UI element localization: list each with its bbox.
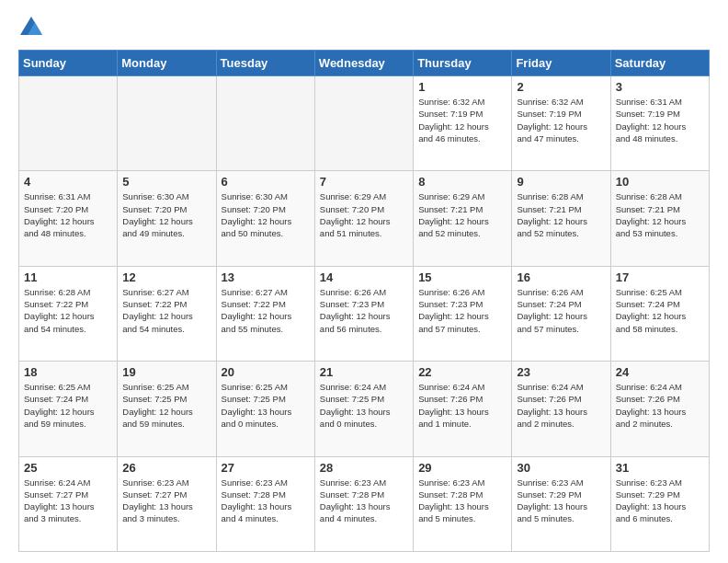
day-cell: 2Sunrise: 6:32 AM Sunset: 7:19 PM Daylig… bbox=[512, 76, 610, 171]
day-number: 25 bbox=[24, 461, 112, 475]
day-info: Sunrise: 6:24 AM Sunset: 7:27 PM Dayligh… bbox=[24, 477, 112, 525]
weekday-saturday: Saturday bbox=[610, 51, 709, 76]
day-number: 1 bbox=[418, 80, 506, 94]
day-info: Sunrise: 6:26 AM Sunset: 7:24 PM Dayligh… bbox=[517, 286, 605, 335]
day-cell: 12Sunrise: 6:27 AM Sunset: 7:22 PM Dayli… bbox=[118, 266, 216, 361]
day-info: Sunrise: 6:29 AM Sunset: 7:20 PM Dayligh… bbox=[320, 190, 408, 239]
day-number: 3 bbox=[616, 80, 704, 94]
calendar: SundayMondayTuesdayWednesdayThursdayFrid… bbox=[18, 50, 710, 552]
day-cell bbox=[118, 76, 216, 171]
day-cell: 19Sunrise: 6:25 AM Sunset: 7:25 PM Dayli… bbox=[118, 362, 216, 456]
day-info: Sunrise: 6:28 AM Sunset: 7:22 PM Dayligh… bbox=[24, 286, 112, 335]
day-number: 9 bbox=[517, 175, 605, 189]
day-info: Sunrise: 6:23 AM Sunset: 7:28 PM Dayligh… bbox=[222, 477, 310, 525]
day-cell: 26Sunrise: 6:23 AM Sunset: 7:27 PM Dayli… bbox=[118, 456, 216, 551]
day-cell: 14Sunrise: 6:26 AM Sunset: 7:23 PM Dayli… bbox=[314, 266, 413, 361]
day-cell bbox=[314, 76, 413, 171]
day-number: 31 bbox=[616, 461, 704, 475]
day-info: Sunrise: 6:31 AM Sunset: 7:19 PM Dayligh… bbox=[616, 96, 704, 144]
day-number: 22 bbox=[418, 365, 506, 379]
day-number: 20 bbox=[222, 365, 310, 379]
day-cell: 10Sunrise: 6:28 AM Sunset: 7:21 PM Dayli… bbox=[610, 171, 709, 266]
logo bbox=[18, 15, 48, 40]
day-info: Sunrise: 6:23 AM Sunset: 7:29 PM Dayligh… bbox=[616, 477, 704, 525]
day-info: Sunrise: 6:25 AM Sunset: 7:25 PM Dayligh… bbox=[122, 381, 210, 430]
day-info: Sunrise: 6:26 AM Sunset: 7:23 PM Dayligh… bbox=[418, 286, 506, 335]
day-number: 6 bbox=[222, 175, 310, 189]
weekday-monday: Monday bbox=[118, 51, 216, 76]
day-info: Sunrise: 6:24 AM Sunset: 7:26 PM Dayligh… bbox=[517, 381, 605, 430]
day-cell: 28Sunrise: 6:23 AM Sunset: 7:28 PM Dayli… bbox=[314, 456, 413, 551]
day-info: Sunrise: 6:29 AM Sunset: 7:21 PM Dayligh… bbox=[418, 190, 506, 239]
day-cell: 15Sunrise: 6:26 AM Sunset: 7:23 PM Dayli… bbox=[414, 266, 512, 361]
day-info: Sunrise: 6:31 AM Sunset: 7:20 PM Dayligh… bbox=[24, 190, 112, 239]
day-number: 27 bbox=[222, 461, 310, 475]
day-number: 23 bbox=[517, 365, 605, 379]
week-row-4: 18Sunrise: 6:25 AM Sunset: 7:24 PM Dayli… bbox=[19, 362, 710, 456]
day-cell: 30Sunrise: 6:23 AM Sunset: 7:29 PM Dayli… bbox=[512, 456, 610, 551]
day-info: Sunrise: 6:24 AM Sunset: 7:25 PM Dayligh… bbox=[320, 381, 408, 430]
weekday-sunday: Sunday bbox=[19, 51, 118, 76]
day-cell: 5Sunrise: 6:30 AM Sunset: 7:20 PM Daylig… bbox=[118, 171, 216, 266]
day-cell: 20Sunrise: 6:25 AM Sunset: 7:25 PM Dayli… bbox=[216, 362, 314, 456]
day-cell: 8Sunrise: 6:29 AM Sunset: 7:21 PM Daylig… bbox=[414, 171, 512, 266]
day-info: Sunrise: 6:25 AM Sunset: 7:24 PM Dayligh… bbox=[616, 286, 704, 335]
day-number: 17 bbox=[616, 270, 704, 284]
day-number: 11 bbox=[24, 270, 112, 284]
day-number: 4 bbox=[24, 175, 112, 189]
day-number: 18 bbox=[24, 365, 112, 379]
day-number: 30 bbox=[517, 461, 605, 475]
day-number: 24 bbox=[616, 365, 704, 379]
day-cell: 17Sunrise: 6:25 AM Sunset: 7:24 PM Dayli… bbox=[610, 266, 709, 361]
day-cell: 11Sunrise: 6:28 AM Sunset: 7:22 PM Dayli… bbox=[19, 266, 118, 361]
day-info: Sunrise: 6:24 AM Sunset: 7:26 PM Dayligh… bbox=[616, 381, 704, 430]
day-cell: 9Sunrise: 6:28 AM Sunset: 7:21 PM Daylig… bbox=[512, 171, 610, 266]
day-cell: 21Sunrise: 6:24 AM Sunset: 7:25 PM Dayli… bbox=[314, 362, 413, 456]
day-info: Sunrise: 6:25 AM Sunset: 7:24 PM Dayligh… bbox=[24, 381, 112, 430]
day-info: Sunrise: 6:24 AM Sunset: 7:26 PM Dayligh… bbox=[418, 381, 506, 430]
week-row-1: 1Sunrise: 6:32 AM Sunset: 7:19 PM Daylig… bbox=[19, 76, 710, 171]
day-info: Sunrise: 6:28 AM Sunset: 7:21 PM Dayligh… bbox=[517, 190, 605, 239]
day-cell: 29Sunrise: 6:23 AM Sunset: 7:28 PM Dayli… bbox=[414, 456, 512, 551]
day-info: Sunrise: 6:32 AM Sunset: 7:19 PM Dayligh… bbox=[517, 96, 605, 144]
day-number: 26 bbox=[122, 461, 210, 475]
day-number: 2 bbox=[517, 80, 605, 94]
day-cell: 23Sunrise: 6:24 AM Sunset: 7:26 PM Dayli… bbox=[512, 362, 610, 456]
day-info: Sunrise: 6:23 AM Sunset: 7:29 PM Dayligh… bbox=[517, 477, 605, 525]
day-number: 28 bbox=[320, 461, 408, 475]
day-cell: 6Sunrise: 6:30 AM Sunset: 7:20 PM Daylig… bbox=[216, 171, 314, 266]
week-row-3: 11Sunrise: 6:28 AM Sunset: 7:22 PM Dayli… bbox=[19, 266, 710, 361]
day-cell: 25Sunrise: 6:24 AM Sunset: 7:27 PM Dayli… bbox=[19, 456, 118, 551]
day-cell bbox=[216, 76, 314, 171]
day-number: 29 bbox=[418, 461, 506, 475]
week-row-5: 25Sunrise: 6:24 AM Sunset: 7:27 PM Dayli… bbox=[19, 456, 710, 551]
day-info: Sunrise: 6:25 AM Sunset: 7:25 PM Dayligh… bbox=[222, 381, 310, 430]
day-number: 21 bbox=[320, 365, 408, 379]
header bbox=[18, 15, 710, 40]
day-cell: 24Sunrise: 6:24 AM Sunset: 7:26 PM Dayli… bbox=[610, 362, 709, 456]
weekday-header-row: SundayMondayTuesdayWednesdayThursdayFrid… bbox=[19, 51, 710, 76]
day-number: 10 bbox=[616, 175, 704, 189]
day-info: Sunrise: 6:27 AM Sunset: 7:22 PM Dayligh… bbox=[222, 286, 310, 335]
day-cell: 1Sunrise: 6:32 AM Sunset: 7:19 PM Daylig… bbox=[414, 76, 512, 171]
day-cell bbox=[19, 76, 118, 171]
weekday-thursday: Thursday bbox=[414, 51, 512, 76]
logo-icon bbox=[18, 15, 44, 40]
day-number: 5 bbox=[122, 175, 210, 189]
day-info: Sunrise: 6:32 AM Sunset: 7:19 PM Dayligh… bbox=[418, 96, 506, 144]
weekday-friday: Friday bbox=[512, 51, 610, 76]
day-info: Sunrise: 6:26 AM Sunset: 7:23 PM Dayligh… bbox=[320, 286, 408, 335]
day-info: Sunrise: 6:27 AM Sunset: 7:22 PM Dayligh… bbox=[122, 286, 210, 335]
day-number: 13 bbox=[222, 270, 310, 284]
day-cell: 3Sunrise: 6:31 AM Sunset: 7:19 PM Daylig… bbox=[610, 76, 709, 171]
day-number: 15 bbox=[418, 270, 506, 284]
day-number: 14 bbox=[320, 270, 408, 284]
page: SundayMondayTuesdayWednesdayThursdayFrid… bbox=[0, 0, 728, 563]
day-info: Sunrise: 6:30 AM Sunset: 7:20 PM Dayligh… bbox=[122, 190, 210, 239]
day-number: 8 bbox=[418, 175, 506, 189]
day-cell: 16Sunrise: 6:26 AM Sunset: 7:24 PM Dayli… bbox=[512, 266, 610, 361]
day-info: Sunrise: 6:30 AM Sunset: 7:20 PM Dayligh… bbox=[222, 190, 310, 239]
day-cell: 13Sunrise: 6:27 AM Sunset: 7:22 PM Dayli… bbox=[216, 266, 314, 361]
day-cell: 27Sunrise: 6:23 AM Sunset: 7:28 PM Dayli… bbox=[216, 456, 314, 551]
weekday-tuesday: Tuesday bbox=[216, 51, 314, 76]
